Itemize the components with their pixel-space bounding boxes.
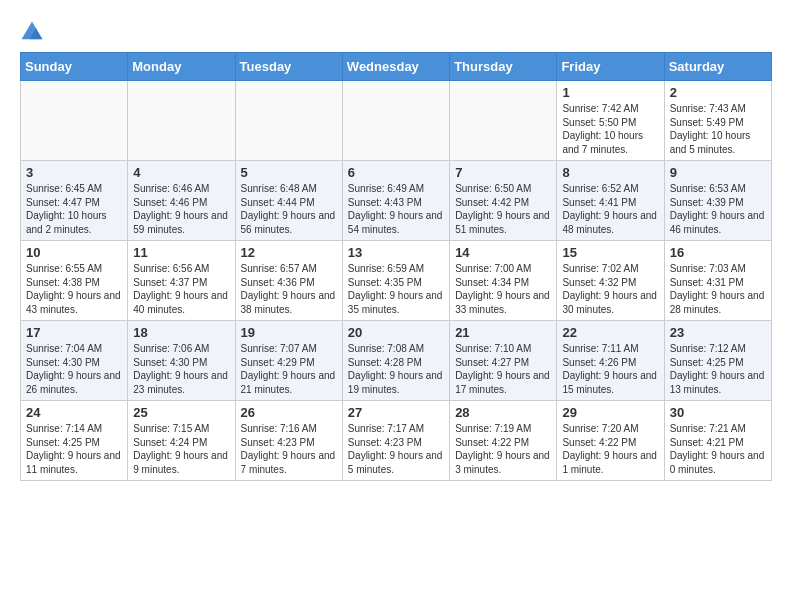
day-info: Sunrise: 7:03 AM Sunset: 4:31 PM Dayligh… [670, 262, 766, 316]
day-number: 22 [562, 325, 658, 340]
calendar-cell: 14Sunrise: 7:00 AM Sunset: 4:34 PM Dayli… [450, 241, 557, 321]
day-number: 15 [562, 245, 658, 260]
day-info: Sunrise: 6:57 AM Sunset: 4:36 PM Dayligh… [241, 262, 337, 316]
day-number: 28 [455, 405, 551, 420]
day-number: 29 [562, 405, 658, 420]
day-number: 9 [670, 165, 766, 180]
day-info: Sunrise: 7:11 AM Sunset: 4:26 PM Dayligh… [562, 342, 658, 396]
day-number: 19 [241, 325, 337, 340]
calendar-cell: 7Sunrise: 6:50 AM Sunset: 4:42 PM Daylig… [450, 161, 557, 241]
calendar-week-row: 1Sunrise: 7:42 AM Sunset: 5:50 PM Daylig… [21, 81, 772, 161]
calendar-cell: 22Sunrise: 7:11 AM Sunset: 4:26 PM Dayli… [557, 321, 664, 401]
day-info: Sunrise: 7:06 AM Sunset: 4:30 PM Dayligh… [133, 342, 229, 396]
day-number: 24 [26, 405, 122, 420]
calendar-week-row: 3Sunrise: 6:45 AM Sunset: 4:47 PM Daylig… [21, 161, 772, 241]
calendar-cell: 3Sunrise: 6:45 AM Sunset: 4:47 PM Daylig… [21, 161, 128, 241]
calendar-cell: 25Sunrise: 7:15 AM Sunset: 4:24 PM Dayli… [128, 401, 235, 481]
day-number: 8 [562, 165, 658, 180]
day-info: Sunrise: 7:08 AM Sunset: 4:28 PM Dayligh… [348, 342, 444, 396]
calendar-cell: 4Sunrise: 6:46 AM Sunset: 4:46 PM Daylig… [128, 161, 235, 241]
day-info: Sunrise: 6:59 AM Sunset: 4:35 PM Dayligh… [348, 262, 444, 316]
calendar-cell: 21Sunrise: 7:10 AM Sunset: 4:27 PM Dayli… [450, 321, 557, 401]
day-info: Sunrise: 7:16 AM Sunset: 4:23 PM Dayligh… [241, 422, 337, 476]
page-header [20, 20, 772, 44]
day-number: 11 [133, 245, 229, 260]
day-number: 21 [455, 325, 551, 340]
calendar-cell [128, 81, 235, 161]
day-info: Sunrise: 6:48 AM Sunset: 4:44 PM Dayligh… [241, 182, 337, 236]
calendar-cell: 15Sunrise: 7:02 AM Sunset: 4:32 PM Dayli… [557, 241, 664, 321]
calendar-cell: 28Sunrise: 7:19 AM Sunset: 4:22 PM Dayli… [450, 401, 557, 481]
day-info: Sunrise: 7:14 AM Sunset: 4:25 PM Dayligh… [26, 422, 122, 476]
calendar-cell: 17Sunrise: 7:04 AM Sunset: 4:30 PM Dayli… [21, 321, 128, 401]
day-info: Sunrise: 7:15 AM Sunset: 4:24 PM Dayligh… [133, 422, 229, 476]
day-number: 6 [348, 165, 444, 180]
logo-icon [20, 20, 44, 44]
day-number: 30 [670, 405, 766, 420]
calendar-header-row: SundayMondayTuesdayWednesdayThursdayFrid… [21, 53, 772, 81]
day-info: Sunrise: 7:04 AM Sunset: 4:30 PM Dayligh… [26, 342, 122, 396]
calendar-cell: 16Sunrise: 7:03 AM Sunset: 4:31 PM Dayli… [664, 241, 771, 321]
calendar-cell: 27Sunrise: 7:17 AM Sunset: 4:23 PM Dayli… [342, 401, 449, 481]
day-number: 23 [670, 325, 766, 340]
day-number: 27 [348, 405, 444, 420]
calendar-cell [342, 81, 449, 161]
column-header-thursday: Thursday [450, 53, 557, 81]
calendar-cell: 29Sunrise: 7:20 AM Sunset: 4:22 PM Dayli… [557, 401, 664, 481]
column-header-saturday: Saturday [664, 53, 771, 81]
calendar-week-row: 17Sunrise: 7:04 AM Sunset: 4:30 PM Dayli… [21, 321, 772, 401]
day-info: Sunrise: 7:12 AM Sunset: 4:25 PM Dayligh… [670, 342, 766, 396]
calendar-cell: 5Sunrise: 6:48 AM Sunset: 4:44 PM Daylig… [235, 161, 342, 241]
column-header-sunday: Sunday [21, 53, 128, 81]
calendar-cell: 24Sunrise: 7:14 AM Sunset: 4:25 PM Dayli… [21, 401, 128, 481]
calendar-cell: 19Sunrise: 7:07 AM Sunset: 4:29 PM Dayli… [235, 321, 342, 401]
day-number: 3 [26, 165, 122, 180]
day-info: Sunrise: 6:50 AM Sunset: 4:42 PM Dayligh… [455, 182, 551, 236]
calendar-week-row: 10Sunrise: 6:55 AM Sunset: 4:38 PM Dayli… [21, 241, 772, 321]
day-info: Sunrise: 7:21 AM Sunset: 4:21 PM Dayligh… [670, 422, 766, 476]
logo [20, 20, 48, 44]
day-number: 17 [26, 325, 122, 340]
day-info: Sunrise: 7:42 AM Sunset: 5:50 PM Dayligh… [562, 102, 658, 156]
day-info: Sunrise: 6:45 AM Sunset: 4:47 PM Dayligh… [26, 182, 122, 236]
calendar-cell: 18Sunrise: 7:06 AM Sunset: 4:30 PM Dayli… [128, 321, 235, 401]
day-number: 2 [670, 85, 766, 100]
day-info: Sunrise: 7:43 AM Sunset: 5:49 PM Dayligh… [670, 102, 766, 156]
day-number: 14 [455, 245, 551, 260]
calendar-cell: 11Sunrise: 6:56 AM Sunset: 4:37 PM Dayli… [128, 241, 235, 321]
column-header-tuesday: Tuesday [235, 53, 342, 81]
column-header-monday: Monday [128, 53, 235, 81]
day-info: Sunrise: 7:19 AM Sunset: 4:22 PM Dayligh… [455, 422, 551, 476]
column-header-wednesday: Wednesday [342, 53, 449, 81]
day-info: Sunrise: 6:53 AM Sunset: 4:39 PM Dayligh… [670, 182, 766, 236]
day-number: 16 [670, 245, 766, 260]
calendar-cell: 2Sunrise: 7:43 AM Sunset: 5:49 PM Daylig… [664, 81, 771, 161]
calendar-cell: 6Sunrise: 6:49 AM Sunset: 4:43 PM Daylig… [342, 161, 449, 241]
day-number: 7 [455, 165, 551, 180]
calendar-cell: 10Sunrise: 6:55 AM Sunset: 4:38 PM Dayli… [21, 241, 128, 321]
calendar-week-row: 24Sunrise: 7:14 AM Sunset: 4:25 PM Dayli… [21, 401, 772, 481]
calendar-cell: 1Sunrise: 7:42 AM Sunset: 5:50 PM Daylig… [557, 81, 664, 161]
calendar-cell [235, 81, 342, 161]
calendar: SundayMondayTuesdayWednesdayThursdayFrid… [20, 52, 772, 481]
day-number: 26 [241, 405, 337, 420]
day-number: 5 [241, 165, 337, 180]
calendar-cell [450, 81, 557, 161]
day-info: Sunrise: 7:07 AM Sunset: 4:29 PM Dayligh… [241, 342, 337, 396]
day-number: 4 [133, 165, 229, 180]
day-number: 20 [348, 325, 444, 340]
day-number: 1 [562, 85, 658, 100]
day-info: Sunrise: 6:46 AM Sunset: 4:46 PM Dayligh… [133, 182, 229, 236]
day-info: Sunrise: 6:49 AM Sunset: 4:43 PM Dayligh… [348, 182, 444, 236]
calendar-cell: 23Sunrise: 7:12 AM Sunset: 4:25 PM Dayli… [664, 321, 771, 401]
day-number: 10 [26, 245, 122, 260]
day-info: Sunrise: 7:17 AM Sunset: 4:23 PM Dayligh… [348, 422, 444, 476]
day-info: Sunrise: 7:02 AM Sunset: 4:32 PM Dayligh… [562, 262, 658, 316]
day-info: Sunrise: 6:52 AM Sunset: 4:41 PM Dayligh… [562, 182, 658, 236]
calendar-cell: 9Sunrise: 6:53 AM Sunset: 4:39 PM Daylig… [664, 161, 771, 241]
calendar-cell: 8Sunrise: 6:52 AM Sunset: 4:41 PM Daylig… [557, 161, 664, 241]
day-number: 13 [348, 245, 444, 260]
day-info: Sunrise: 6:56 AM Sunset: 4:37 PM Dayligh… [133, 262, 229, 316]
day-info: Sunrise: 7:20 AM Sunset: 4:22 PM Dayligh… [562, 422, 658, 476]
calendar-cell: 13Sunrise: 6:59 AM Sunset: 4:35 PM Dayli… [342, 241, 449, 321]
